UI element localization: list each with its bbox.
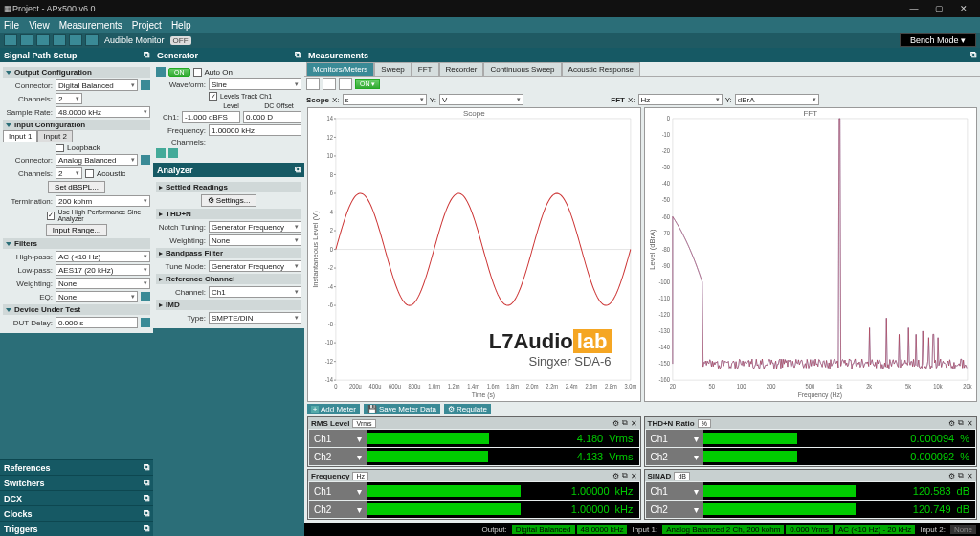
channel-select[interactable]: Ch1 (209, 286, 301, 298)
weighting-select[interactable]: None (56, 278, 150, 289)
tab-input2[interactable]: Input 2 (37, 130, 72, 142)
tool-icon[interactable] (306, 78, 320, 90)
tool-save-icon[interactable] (36, 34, 50, 46)
bandpass-header[interactable]: ▸Bandpass Filter (156, 248, 301, 258)
tab-sweep[interactable]: Sweep (374, 62, 411, 76)
gear-icon[interactable]: ⚙ (948, 419, 955, 428)
fft-x-unit[interactable]: Hz (638, 94, 723, 105)
notch-select[interactable]: Generator Frequency (209, 221, 301, 233)
auto-on-checkbox[interactable] (193, 68, 202, 77)
scope-x-unit[interactable]: s (343, 94, 427, 105)
tab-input1[interactable]: Input 1 (3, 130, 37, 142)
gear-icon[interactable]: ⚙ (612, 472, 619, 480)
close-icon[interactable]: ✕ (967, 472, 973, 480)
eq-select[interactable]: None (56, 291, 138, 302)
tab-recorder[interactable]: Recorder (439, 62, 484, 76)
gen-power-icon[interactable] (156, 67, 166, 77)
settled-header[interactable]: ▸Settled Readings (156, 182, 301, 192)
output-config-header[interactable]: Output Configuration (3, 67, 150, 78)
thdn-unit-select[interactable]: % (698, 419, 711, 428)
tab-contsweep[interactable]: Continuous Sweep (483, 62, 561, 76)
hp-sine-checkbox[interactable]: ✓ (47, 212, 55, 220)
ch1-level-input[interactable]: -1.000 dBFS (182, 111, 240, 123)
input-range-button[interactable]: Input Range... (46, 224, 107, 236)
close-button[interactable]: ✕ (951, 4, 976, 13)
waveform-select[interactable]: Sine (209, 78, 301, 90)
ch-enable-icon[interactable] (168, 148, 178, 158)
input-config-header[interactable]: Input Configuration (3, 120, 150, 130)
regulate-button[interactable]: ⚙Regulate (444, 404, 491, 414)
popout-icon[interactable]: ⧉ (144, 50, 149, 60)
minimize-button[interactable]: — (902, 4, 926, 13)
tool-undo-icon[interactable] (53, 34, 66, 46)
loopback-checkbox[interactable] (56, 144, 64, 152)
popout-icon[interactable]: ⧉ (295, 165, 301, 175)
dut-delay-input[interactable]: 0.000 s (56, 317, 138, 328)
menu-project[interactable]: Project (132, 20, 162, 31)
tool-new-icon[interactable] (4, 34, 17, 46)
thdn-header[interactable]: ▸THD+N (156, 209, 301, 219)
menu-file[interactable]: File (4, 20, 19, 31)
ch-enable-icon[interactable] (156, 148, 166, 158)
rms-unit-select[interactable]: Vrms (352, 419, 375, 428)
sinad-unit-select[interactable]: dB (674, 472, 690, 480)
browse-icon[interactable] (141, 292, 150, 302)
tune-select[interactable]: Generator Frequency (209, 260, 301, 272)
levels-track-checkbox[interactable]: ✓ (209, 92, 217, 100)
close-icon[interactable]: ✕ (967, 419, 973, 428)
measure-icon[interactable] (141, 318, 150, 327)
tool-redo-icon[interactable] (69, 34, 82, 46)
bench-mode-select[interactable]: Bench Mode ▾ (900, 34, 976, 47)
tool-icon[interactable] (339, 78, 352, 90)
popout-icon[interactable]: ⧉ (622, 418, 628, 428)
filters-header[interactable]: Filters (3, 238, 150, 249)
triggers-panel[interactable]: Triggers⧉ (0, 521, 153, 536)
sample-rate-select[interactable]: 48.0000 kHz (56, 106, 150, 118)
audible-monitor-toggle[interactable]: OFF (170, 36, 191, 45)
scope-y-unit[interactable]: V (439, 94, 523, 105)
popout-icon[interactable]: ⧉ (958, 471, 964, 480)
menu-view[interactable]: View (29, 20, 50, 31)
tool-speaker-icon[interactable] (85, 34, 99, 46)
tab-acoustic[interactable]: Acoustic Response (562, 62, 640, 76)
ch1-dc-input[interactable]: 0.000 D (243, 111, 301, 123)
maximize-button[interactable]: ▢ (926, 4, 951, 13)
dcx-panel[interactable]: DCX⧉ (0, 490, 153, 505)
menu-measurements[interactable]: Measurements (59, 20, 122, 31)
dut-header[interactable]: Device Under Test (3, 304, 150, 315)
termination-select[interactable]: 200 kohm (56, 195, 150, 207)
gear-icon[interactable]: ⚙ (948, 472, 955, 480)
popout-icon[interactable]: ⧉ (295, 50, 301, 60)
save-meter-button[interactable]: 💾Save Meter Data (364, 404, 440, 414)
imd-type-select[interactable]: SMPTE/DIN (209, 312, 301, 324)
an-weighting-select[interactable]: None (209, 234, 301, 246)
set-dbspl-button[interactable]: Set dBSPL... (48, 181, 105, 193)
tab-fft[interactable]: FFT (412, 62, 439, 76)
popout-icon[interactable]: ⧉ (970, 50, 976, 60)
input-connector-select[interactable]: Analog Balanced (56, 154, 138, 166)
gear-icon[interactable] (141, 80, 150, 90)
acoustic-checkbox[interactable] (85, 169, 94, 178)
imd-header[interactable]: ▸IMD (156, 300, 301, 310)
refch-header[interactable]: ▸Reference Channel (156, 274, 301, 284)
highpass-select[interactable]: AC (<10 Hz) (56, 251, 150, 262)
input-channels-select[interactable]: 2 (56, 168, 82, 179)
clocks-panel[interactable]: Clocks⧉ (0, 505, 153, 521)
frequency-input[interactable]: 1.00000 kHz (209, 124, 301, 136)
lowpass-select[interactable]: AES17 (20 kHz) (56, 264, 150, 276)
tool-open-icon[interactable] (20, 34, 33, 46)
close-icon[interactable]: ✕ (631, 472, 637, 480)
settings-button[interactable]: ⚙ Settings... (201, 194, 257, 207)
popout-icon[interactable]: ⧉ (958, 418, 964, 428)
add-meter-button[interactable]: +Add Meter (307, 404, 360, 414)
output-connector-select[interactable]: Digital Balanced (56, 79, 138, 91)
tool-icon[interactable] (323, 78, 336, 90)
menu-help[interactable]: Help (171, 20, 191, 31)
popout-icon[interactable]: ⧉ (622, 471, 628, 480)
gear-icon[interactable] (141, 155, 150, 165)
gear-icon[interactable]: ⚙ (612, 419, 619, 428)
fft-graph[interactable]: FFT 0-10-20-30-40-50-60-70-80-90-100-110… (644, 107, 978, 402)
generator-on-toggle[interactable]: ON (168, 68, 190, 77)
tab-monitors[interactable]: Monitors/Meters (306, 62, 374, 76)
run-button[interactable]: ON ▾ (355, 79, 380, 89)
